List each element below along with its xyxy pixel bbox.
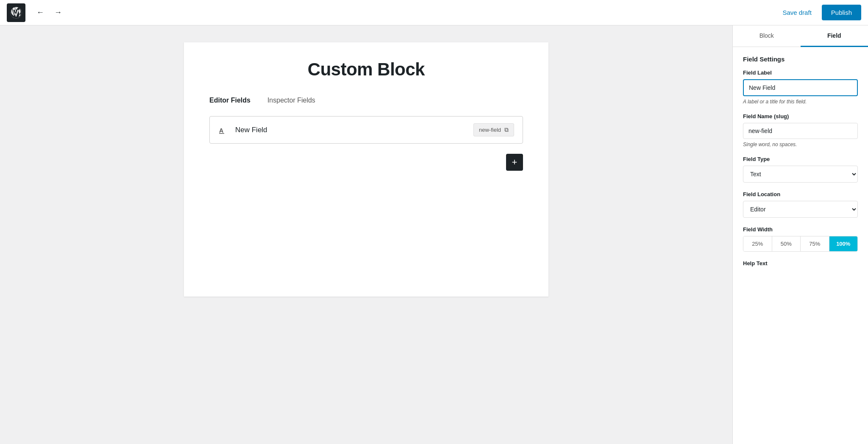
publish-button[interactable]: Publish bbox=[822, 5, 861, 20]
topbar-left: ← → bbox=[7, 3, 64, 22]
field-label-group: Field Label A label or a title for this … bbox=[743, 69, 858, 105]
sidebar: Block Field Field Settings Field Label A… bbox=[732, 25, 868, 444]
field-name-input[interactable] bbox=[743, 123, 858, 139]
sidebar-body: Field Settings Field Label A label or a … bbox=[733, 47, 868, 283]
field-width-selector: 25% 50% 75% 100% bbox=[743, 236, 858, 252]
table-row: A New Field new-field ⧉ bbox=[210, 117, 523, 143]
field-name-hint: Single word, no spaces. bbox=[743, 142, 858, 147]
svg-text:A: A bbox=[219, 127, 223, 134]
tab-editor-fields[interactable]: Editor Fields bbox=[209, 97, 250, 108]
edit-slug-icon[interactable]: ⧉ bbox=[504, 126, 509, 133]
help-text-label: Help Text bbox=[743, 260, 858, 266]
width-75-button[interactable]: 75% bbox=[801, 236, 829, 251]
field-name-group: Field Name (slug) Single word, no spaces… bbox=[743, 113, 858, 147]
editor-tabs: Editor Fields Inspector Fields bbox=[209, 97, 523, 108]
forward-button[interactable]: → bbox=[52, 6, 64, 19]
main-layout: Custom Block Editor Fields Inspector Fie… bbox=[0, 25, 868, 444]
topbar-right: Save draft Publish bbox=[777, 5, 861, 20]
field-type-group: Field Type Text Textarea Number Email UR… bbox=[743, 156, 858, 183]
sidebar-tabs: Block Field bbox=[733, 25, 868, 47]
field-location-group: Field Location Editor Inspector bbox=[743, 191, 858, 218]
field-location-select[interactable]: Editor Inspector bbox=[743, 201, 858, 218]
field-name-label: Field Name (slug) bbox=[743, 113, 858, 119]
field-width-group: Field Width 25% 50% 75% 100% bbox=[743, 226, 858, 252]
field-type-select[interactable]: Text Textarea Number Email URL Image Sel… bbox=[743, 166, 858, 183]
sidebar-tab-field[interactable]: Field bbox=[801, 25, 868, 47]
back-button[interactable]: ← bbox=[34, 6, 47, 19]
help-text-group: Help Text bbox=[743, 260, 858, 266]
field-label-label: Field Label bbox=[743, 69, 858, 76]
field-location-label: Field Location bbox=[743, 191, 858, 197]
add-field-button[interactable]: + bbox=[506, 154, 523, 171]
fields-container: A New Field new-field ⧉ bbox=[209, 116, 523, 144]
width-25-button[interactable]: 25% bbox=[743, 236, 772, 251]
editor-area: Custom Block Editor Fields Inspector Fie… bbox=[0, 25, 732, 444]
wp-logo bbox=[7, 3, 25, 22]
sidebar-tab-block[interactable]: Block bbox=[733, 25, 801, 47]
width-50-button[interactable]: 50% bbox=[772, 236, 801, 251]
tab-inspector-fields[interactable]: Inspector Fields bbox=[267, 97, 315, 108]
save-draft-button[interactable]: Save draft bbox=[777, 6, 816, 19]
field-label-input[interactable] bbox=[743, 79, 858, 96]
topbar: ← → Save draft Publish bbox=[0, 0, 868, 25]
add-btn-row: + bbox=[209, 150, 523, 171]
field-slug-badge: new-field ⧉ bbox=[473, 123, 514, 136]
block-title: Custom Block bbox=[209, 59, 523, 80]
field-name-display: New Field bbox=[235, 126, 467, 134]
field-slug-text: new-field bbox=[479, 127, 501, 133]
width-100-button[interactable]: 100% bbox=[829, 236, 858, 251]
field-width-label: Field Width bbox=[743, 226, 858, 233]
text-field-icon: A bbox=[218, 126, 228, 134]
field-label-hint: A label or a title for this field. bbox=[743, 99, 858, 105]
field-type-label: Field Type bbox=[743, 156, 858, 162]
editor-content: Custom Block Editor Fields Inspector Fie… bbox=[184, 42, 548, 297]
field-settings-title: Field Settings bbox=[743, 56, 858, 63]
